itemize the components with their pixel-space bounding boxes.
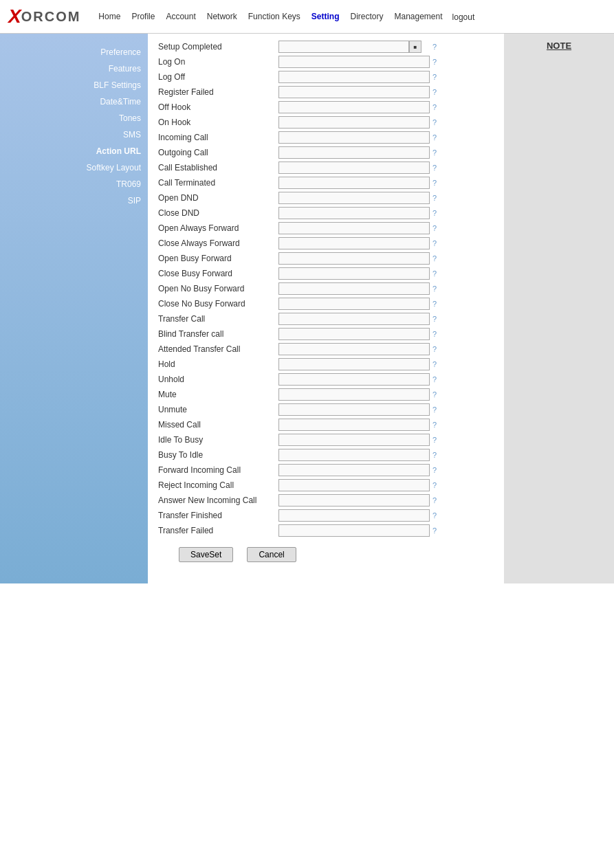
- help-icon[interactable]: ?: [432, 118, 437, 126]
- field-label: Blind Transfer call: [158, 329, 278, 339]
- sidebar-item-tr069[interactable]: TR069: [0, 176, 148, 192]
- help-icon[interactable]: ?: [432, 224, 437, 232]
- sidebar: Preference Features BLF Settings Date&Ti…: [0, 34, 148, 583]
- help-icon[interactable]: ?: [432, 300, 437, 308]
- field-label: Log Off: [158, 72, 278, 82]
- url-input-13[interactable]: [278, 237, 430, 249]
- help-icon[interactable]: ?: [432, 103, 437, 111]
- url-input-14[interactable]: [278, 252, 430, 265]
- url-input-4[interactable]: [278, 101, 430, 113]
- url-input-21[interactable]: [278, 358, 430, 370]
- nav-home[interactable]: Home: [94, 10, 124, 23]
- form-row: Open DND?: [158, 192, 494, 204]
- field-label: Transfer Failed: [158, 526, 278, 535]
- help-icon[interactable]: ?: [432, 315, 437, 323]
- url-input-2[interactable]: [278, 71, 430, 83]
- nav-function-keys[interactable]: Function Keys: [244, 10, 305, 23]
- help-icon[interactable]: ?: [432, 375, 437, 383]
- url-input-23[interactable]: [278, 388, 430, 401]
- field-label: Incoming Call: [158, 133, 278, 142]
- url-input-22[interactable]: [278, 373, 430, 386]
- help-icon[interactable]: ?: [432, 285, 437, 293]
- nav-directory[interactable]: Directory: [346, 10, 387, 23]
- url-input-19[interactable]: [278, 328, 430, 340]
- help-icon[interactable]: ?: [432, 133, 437, 142]
- url-input-11[interactable]: [278, 207, 430, 219]
- help-icon[interactable]: ?: [432, 43, 437, 51]
- url-input-31[interactable]: [278, 509, 430, 522]
- url-input-10[interactable]: [278, 192, 430, 204]
- url-input-12[interactable]: [278, 222, 430, 234]
- nav-network[interactable]: Network: [203, 10, 241, 23]
- help-icon[interactable]: ?: [432, 330, 437, 338]
- sidebar-item-sms[interactable]: SMS: [0, 126, 148, 143]
- help-icon[interactable]: ?: [432, 421, 437, 429]
- setup-completed-input[interactable]: [278, 41, 409, 53]
- sidebar-item-sip[interactable]: SIP: [0, 192, 148, 209]
- field-label: Close Always Forward: [158, 238, 278, 248]
- sidebar-item-action-url[interactable]: Action URL: [0, 143, 148, 159]
- browse-button[interactable]: ■: [409, 41, 421, 53]
- help-icon[interactable]: ?: [432, 148, 437, 157]
- help-icon[interactable]: ?: [432, 511, 437, 520]
- sidebar-item-preference[interactable]: Preference: [0, 44, 148, 60]
- field-label: Call Established: [158, 163, 278, 173]
- help-icon[interactable]: ?: [432, 73, 437, 81]
- help-icon[interactable]: ?: [432, 405, 437, 414]
- help-icon[interactable]: ?: [432, 526, 437, 535]
- help-icon[interactable]: ?: [432, 254, 437, 263]
- url-input-8[interactable]: [278, 162, 430, 174]
- url-input-30[interactable]: [278, 494, 430, 507]
- url-input-5[interactable]: [278, 116, 430, 129]
- help-icon[interactable]: ?: [432, 481, 437, 489]
- url-input-25[interactable]: [278, 419, 430, 431]
- url-input-26[interactable]: [278, 434, 430, 446]
- url-input-1[interactable]: [278, 56, 430, 68]
- sidebar-item-softkey-layout[interactable]: Softkey Layout: [0, 159, 148, 176]
- nav-account[interactable]: Account: [162, 10, 199, 23]
- url-input-32[interactable]: [278, 524, 430, 537]
- field-label: Missed Call: [158, 420, 278, 430]
- sidebar-item-datetime[interactable]: Date&Time: [0, 93, 148, 110]
- sidebar-item-blf-settings[interactable]: BLF Settings: [0, 77, 148, 93]
- sidebar-item-tones[interactable]: Tones: [0, 110, 148, 126]
- saveset-button[interactable]: SaveSet: [179, 547, 233, 562]
- nav-management[interactable]: Management: [391, 10, 447, 23]
- url-input-6[interactable]: [278, 131, 430, 144]
- url-input-3[interactable]: [278, 86, 430, 98]
- url-input-20[interactable]: [278, 343, 430, 355]
- help-icon[interactable]: ?: [432, 164, 437, 172]
- help-icon[interactable]: ?: [432, 451, 437, 459]
- help-icon[interactable]: ?: [432, 194, 437, 202]
- url-input-27[interactable]: [278, 449, 430, 461]
- help-icon[interactable]: ?: [432, 436, 437, 444]
- help-icon[interactable]: ?: [432, 179, 437, 187]
- help-icon[interactable]: ?: [432, 345, 437, 353]
- help-icon[interactable]: ?: [432, 390, 437, 399]
- nav-logout[interactable]: logout: [448, 11, 479, 23]
- help-icon[interactable]: ?: [432, 88, 437, 96]
- help-icon[interactable]: ?: [432, 209, 437, 217]
- cancel-button[interactable]: Cancel: [247, 547, 296, 562]
- help-icon[interactable]: ?: [432, 360, 437, 368]
- url-input-9[interactable]: [278, 177, 430, 189]
- field-label: Setup Completed: [158, 42, 278, 52]
- help-icon[interactable]: ?: [432, 496, 437, 504]
- url-input-7[interactable]: [278, 146, 430, 159]
- sidebar-item-features[interactable]: Features: [0, 60, 148, 77]
- url-input-15[interactable]: [278, 267, 430, 280]
- url-input-16[interactable]: [278, 282, 430, 295]
- nav-setting[interactable]: Setting: [307, 10, 344, 23]
- main-layout: Preference Features BLF Settings Date&Ti…: [0, 34, 614, 583]
- help-icon[interactable]: ?: [432, 239, 437, 247]
- url-input-29[interactable]: [278, 479, 430, 491]
- help-icon[interactable]: ?: [432, 269, 437, 278]
- url-input-28[interactable]: [278, 464, 430, 476]
- url-input-17[interactable]: [278, 298, 430, 310]
- help-icon[interactable]: ?: [432, 466, 437, 474]
- url-input-18[interactable]: [278, 313, 430, 325]
- url-input-24[interactable]: [278, 403, 430, 416]
- nav-profile[interactable]: Profile: [127, 10, 159, 23]
- field-label: Open Always Forward: [158, 223, 278, 233]
- help-icon[interactable]: ?: [432, 58, 437, 66]
